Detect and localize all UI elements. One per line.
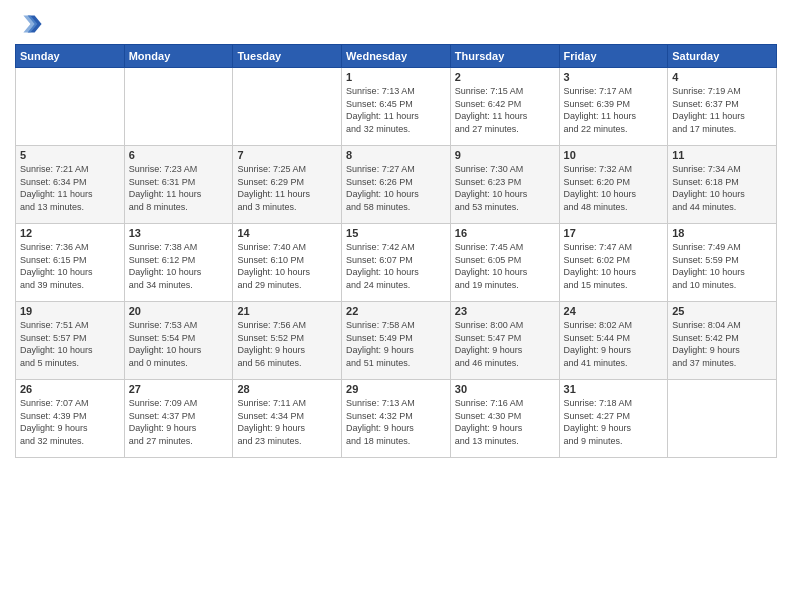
day-number: 5 xyxy=(20,149,120,161)
day-header-sunday: Sunday xyxy=(16,45,125,68)
day-info: Sunrise: 7:58 AM Sunset: 5:49 PM Dayligh… xyxy=(346,319,446,369)
calendar-cell: 27Sunrise: 7:09 AM Sunset: 4:37 PM Dayli… xyxy=(124,380,233,458)
day-header-saturday: Saturday xyxy=(668,45,777,68)
day-info: Sunrise: 8:00 AM Sunset: 5:47 PM Dayligh… xyxy=(455,319,555,369)
day-number: 29 xyxy=(346,383,446,395)
calendar-cell xyxy=(124,68,233,146)
day-number: 24 xyxy=(564,305,664,317)
day-number: 18 xyxy=(672,227,772,239)
day-number: 12 xyxy=(20,227,120,239)
day-info: Sunrise: 7:27 AM Sunset: 6:26 PM Dayligh… xyxy=(346,163,446,213)
day-info: Sunrise: 7:16 AM Sunset: 4:30 PM Dayligh… xyxy=(455,397,555,447)
calendar-cell: 15Sunrise: 7:42 AM Sunset: 6:07 PM Dayli… xyxy=(342,224,451,302)
day-number: 31 xyxy=(564,383,664,395)
calendar-cell: 2Sunrise: 7:15 AM Sunset: 6:42 PM Daylig… xyxy=(450,68,559,146)
day-number: 1 xyxy=(346,71,446,83)
calendar-cell: 4Sunrise: 7:19 AM Sunset: 6:37 PM Daylig… xyxy=(668,68,777,146)
calendar-cell: 29Sunrise: 7:13 AM Sunset: 4:32 PM Dayli… xyxy=(342,380,451,458)
day-info: Sunrise: 7:38 AM Sunset: 6:12 PM Dayligh… xyxy=(129,241,229,291)
day-info: Sunrise: 8:02 AM Sunset: 5:44 PM Dayligh… xyxy=(564,319,664,369)
calendar-cell: 12Sunrise: 7:36 AM Sunset: 6:15 PM Dayli… xyxy=(16,224,125,302)
logo xyxy=(15,10,47,38)
day-number: 25 xyxy=(672,305,772,317)
calendar-cell: 23Sunrise: 8:00 AM Sunset: 5:47 PM Dayli… xyxy=(450,302,559,380)
logo-icon xyxy=(15,10,43,38)
calendar-cell: 6Sunrise: 7:23 AM Sunset: 6:31 PM Daylig… xyxy=(124,146,233,224)
day-header-tuesday: Tuesday xyxy=(233,45,342,68)
day-number: 20 xyxy=(129,305,229,317)
calendar-table: SundayMondayTuesdayWednesdayThursdayFrid… xyxy=(15,44,777,458)
calendar-cell: 3Sunrise: 7:17 AM Sunset: 6:39 PM Daylig… xyxy=(559,68,668,146)
calendar-week-3: 19Sunrise: 7:51 AM Sunset: 5:57 PM Dayli… xyxy=(16,302,777,380)
day-number: 19 xyxy=(20,305,120,317)
calendar-cell: 17Sunrise: 7:47 AM Sunset: 6:02 PM Dayli… xyxy=(559,224,668,302)
calendar-cell: 26Sunrise: 7:07 AM Sunset: 4:39 PM Dayli… xyxy=(16,380,125,458)
calendar-cell xyxy=(668,380,777,458)
calendar-cell: 21Sunrise: 7:56 AM Sunset: 5:52 PM Dayli… xyxy=(233,302,342,380)
calendar-cell: 8Sunrise: 7:27 AM Sunset: 6:26 PM Daylig… xyxy=(342,146,451,224)
calendar-cell: 20Sunrise: 7:53 AM Sunset: 5:54 PM Dayli… xyxy=(124,302,233,380)
day-number: 28 xyxy=(237,383,337,395)
day-number: 26 xyxy=(20,383,120,395)
day-number: 7 xyxy=(237,149,337,161)
day-number: 27 xyxy=(129,383,229,395)
day-number: 2 xyxy=(455,71,555,83)
calendar-cell: 10Sunrise: 7:32 AM Sunset: 6:20 PM Dayli… xyxy=(559,146,668,224)
calendar-cell xyxy=(16,68,125,146)
calendar-cell: 18Sunrise: 7:49 AM Sunset: 5:59 PM Dayli… xyxy=(668,224,777,302)
day-info: Sunrise: 7:56 AM Sunset: 5:52 PM Dayligh… xyxy=(237,319,337,369)
day-number: 10 xyxy=(564,149,664,161)
calendar-cell: 22Sunrise: 7:58 AM Sunset: 5:49 PM Dayli… xyxy=(342,302,451,380)
calendar-cell: 14Sunrise: 7:40 AM Sunset: 6:10 PM Dayli… xyxy=(233,224,342,302)
day-info: Sunrise: 7:11 AM Sunset: 4:34 PM Dayligh… xyxy=(237,397,337,447)
day-number: 9 xyxy=(455,149,555,161)
day-number: 22 xyxy=(346,305,446,317)
day-info: Sunrise: 7:30 AM Sunset: 6:23 PM Dayligh… xyxy=(455,163,555,213)
day-number: 6 xyxy=(129,149,229,161)
day-number: 16 xyxy=(455,227,555,239)
day-info: Sunrise: 7:09 AM Sunset: 4:37 PM Dayligh… xyxy=(129,397,229,447)
calendar-week-2: 12Sunrise: 7:36 AM Sunset: 6:15 PM Dayli… xyxy=(16,224,777,302)
day-info: Sunrise: 7:23 AM Sunset: 6:31 PM Dayligh… xyxy=(129,163,229,213)
calendar-cell: 24Sunrise: 8:02 AM Sunset: 5:44 PM Dayli… xyxy=(559,302,668,380)
day-info: Sunrise: 7:32 AM Sunset: 6:20 PM Dayligh… xyxy=(564,163,664,213)
calendar-cell: 9Sunrise: 7:30 AM Sunset: 6:23 PM Daylig… xyxy=(450,146,559,224)
calendar-week-0: 1Sunrise: 7:13 AM Sunset: 6:45 PM Daylig… xyxy=(16,68,777,146)
day-number: 30 xyxy=(455,383,555,395)
day-info: Sunrise: 7:49 AM Sunset: 5:59 PM Dayligh… xyxy=(672,241,772,291)
calendar-cell: 13Sunrise: 7:38 AM Sunset: 6:12 PM Dayli… xyxy=(124,224,233,302)
calendar-cell: 28Sunrise: 7:11 AM Sunset: 4:34 PM Dayli… xyxy=(233,380,342,458)
page-container: SundayMondayTuesdayWednesdayThursdayFrid… xyxy=(0,0,792,468)
day-info: Sunrise: 7:36 AM Sunset: 6:15 PM Dayligh… xyxy=(20,241,120,291)
day-number: 17 xyxy=(564,227,664,239)
day-info: Sunrise: 7:45 AM Sunset: 6:05 PM Dayligh… xyxy=(455,241,555,291)
day-info: Sunrise: 7:07 AM Sunset: 4:39 PM Dayligh… xyxy=(20,397,120,447)
calendar-cell: 25Sunrise: 8:04 AM Sunset: 5:42 PM Dayli… xyxy=(668,302,777,380)
day-info: Sunrise: 7:25 AM Sunset: 6:29 PM Dayligh… xyxy=(237,163,337,213)
day-number: 21 xyxy=(237,305,337,317)
day-info: Sunrise: 7:17 AM Sunset: 6:39 PM Dayligh… xyxy=(564,85,664,135)
day-number: 23 xyxy=(455,305,555,317)
day-info: Sunrise: 7:42 AM Sunset: 6:07 PM Dayligh… xyxy=(346,241,446,291)
day-header-thursday: Thursday xyxy=(450,45,559,68)
day-info: Sunrise: 7:34 AM Sunset: 6:18 PM Dayligh… xyxy=(672,163,772,213)
day-info: Sunrise: 7:47 AM Sunset: 6:02 PM Dayligh… xyxy=(564,241,664,291)
day-number: 8 xyxy=(346,149,446,161)
day-info: Sunrise: 7:13 AM Sunset: 4:32 PM Dayligh… xyxy=(346,397,446,447)
day-number: 11 xyxy=(672,149,772,161)
day-info: Sunrise: 7:40 AM Sunset: 6:10 PM Dayligh… xyxy=(237,241,337,291)
calendar-cell: 1Sunrise: 7:13 AM Sunset: 6:45 PM Daylig… xyxy=(342,68,451,146)
day-info: Sunrise: 7:53 AM Sunset: 5:54 PM Dayligh… xyxy=(129,319,229,369)
calendar-week-1: 5Sunrise: 7:21 AM Sunset: 6:34 PM Daylig… xyxy=(16,146,777,224)
day-info: Sunrise: 7:18 AM Sunset: 4:27 PM Dayligh… xyxy=(564,397,664,447)
calendar-cell: 16Sunrise: 7:45 AM Sunset: 6:05 PM Dayli… xyxy=(450,224,559,302)
day-number: 13 xyxy=(129,227,229,239)
day-info: Sunrise: 7:15 AM Sunset: 6:42 PM Dayligh… xyxy=(455,85,555,135)
calendar-week-4: 26Sunrise: 7:07 AM Sunset: 4:39 PM Dayli… xyxy=(16,380,777,458)
day-number: 3 xyxy=(564,71,664,83)
day-info: Sunrise: 8:04 AM Sunset: 5:42 PM Dayligh… xyxy=(672,319,772,369)
day-header-wednesday: Wednesday xyxy=(342,45,451,68)
calendar-header-row: SundayMondayTuesdayWednesdayThursdayFrid… xyxy=(16,45,777,68)
day-info: Sunrise: 7:19 AM Sunset: 6:37 PM Dayligh… xyxy=(672,85,772,135)
day-info: Sunrise: 7:13 AM Sunset: 6:45 PM Dayligh… xyxy=(346,85,446,135)
